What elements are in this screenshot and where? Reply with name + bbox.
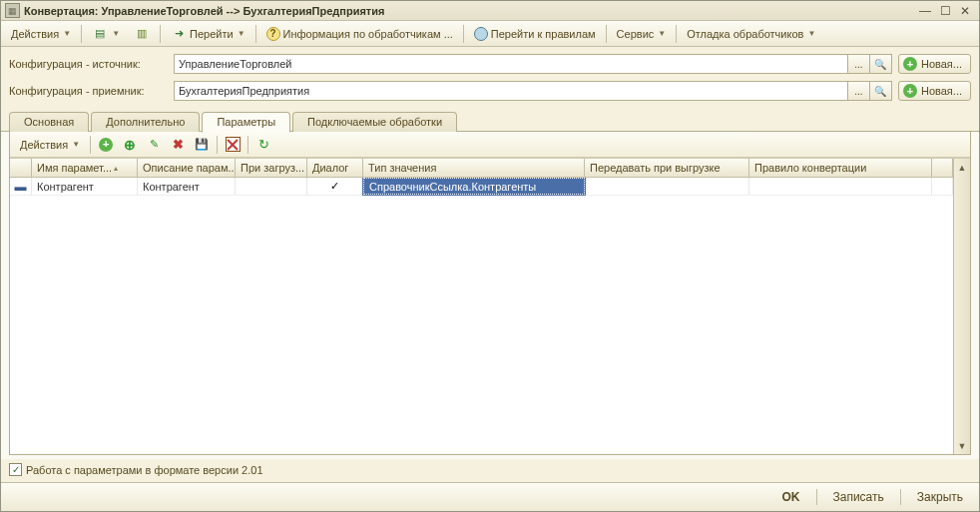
debug-label: Отладка обработчиков — [687, 28, 803, 40]
scroll-down-icon[interactable]: ▼ — [954, 437, 970, 454]
target-input-group: ... 🔍 — [174, 81, 892, 101]
tab-main[interactable]: Основная — [9, 112, 89, 132]
goto-button[interactable]: ➜ Перейти ▼ — [165, 24, 251, 44]
tabs: Основная Дополнительно Параметры Подключ… — [1, 111, 979, 132]
close-button[interactable]: Закрыть — [909, 487, 971, 507]
cell-name[interactable]: Контрагент — [32, 178, 138, 195]
tab-advanced[interactable]: Дополнительно — [91, 112, 200, 132]
cell-dialog[interactable]: ✓ — [307, 178, 363, 195]
tab-params[interactable]: Параметры — [202, 112, 290, 133]
cell-onload[interactable] — [236, 178, 307, 195]
grid-toolbar: Действия ▼ + ⊕ ✎ ✖ 💾 ↻ — [10, 132, 970, 158]
service-menu[interactable]: Сервис ▼ — [611, 24, 673, 44]
cell-rule[interactable] — [749, 178, 932, 195]
col-dialog[interactable]: Диалог — [307, 159, 363, 177]
maximize-button[interactable]: ☐ — [935, 3, 955, 19]
separator — [247, 136, 248, 154]
info-label: Информация по обработчикам ... — [283, 28, 453, 40]
col-pass[interactable]: Передавать при выгрузке — [585, 159, 749, 177]
plus-icon: + — [903, 84, 917, 98]
delete-row-button[interactable]: ✖ — [167, 135, 189, 155]
col-marker[interactable] — [10, 159, 32, 177]
source-new-button[interactable]: + Новая... — [898, 54, 971, 74]
minimize-button[interactable]: — — [915, 3, 935, 19]
help-info-button[interactable]: ? Информация по обработчикам ... — [260, 24, 459, 44]
refresh-button[interactable]: ↻ — [252, 135, 274, 155]
titlebar: ▦ Конвертация: УправлениеТорговлей --> Б… — [1, 1, 979, 21]
close-button[interactable]: ✕ — [955, 3, 975, 19]
grid-actions-menu[interactable]: Действия ▼ — [14, 135, 86, 155]
dropdown-icon: ▼ — [72, 140, 80, 149]
edit-row-button[interactable]: ✎ — [143, 135, 165, 155]
cell-desc[interactable]: Контрагент — [138, 178, 236, 195]
target-row: Конфигурация - приемник: ... 🔍 + Новая..… — [9, 80, 971, 102]
debug-menu[interactable]: Отладка обработчиков ▼ — [681, 24, 821, 44]
doc-button-2[interactable]: ▥ — [128, 24, 156, 44]
goto-rules-button[interactable]: Перейти к правилам — [468, 24, 602, 44]
copy-icon: ⊕ — [124, 137, 136, 153]
form-area: Конфигурация - источник: ... 🔍 + Новая..… — [1, 47, 979, 111]
col-type[interactable]: Тип значения — [363, 159, 585, 177]
dropdown-icon: ▼ — [238, 29, 245, 38]
main-window: ▦ Конвертация: УправлениеТорговлей --> Б… — [0, 0, 980, 512]
target-select-button[interactable]: ... — [848, 81, 870, 101]
scroll-up-icon[interactable]: ▲ — [954, 159, 970, 176]
new-label: Новая... — [921, 58, 962, 70]
target-lookup-button[interactable]: 🔍 — [870, 81, 892, 101]
goto-icon: ➜ — [171, 26, 187, 42]
col-desc[interactable]: Описание парам... — [138, 159, 236, 177]
source-select-button[interactable]: ... — [848, 54, 870, 74]
goto-rules-label: Перейти к правилам — [491, 28, 596, 40]
delete-icon: ✖ — [173, 137, 184, 152]
source-label: Конфигурация - источник: — [9, 58, 174, 70]
separator — [217, 136, 218, 154]
dropdown-icon: ▼ — [658, 29, 666, 38]
separator — [676, 25, 677, 43]
col-name[interactable]: Имя парамет... ▴ — [32, 159, 138, 177]
source-input[interactable] — [174, 54, 848, 74]
grid-body[interactable]: ▬ Контрагент Контрагент ✓ СправочникСсыл… — [10, 178, 953, 454]
save-button[interactable]: Записать — [825, 487, 892, 507]
separator — [255, 25, 256, 43]
goto-label: Перейти — [190, 28, 234, 40]
tab-body: Действия ▼ + ⊕ ✎ ✖ 💾 ↻ Имя парамет... — [9, 132, 971, 455]
target-input[interactable] — [174, 81, 848, 101]
dropdown-icon: ▼ — [112, 29, 120, 38]
source-input-group: ... 🔍 — [174, 54, 892, 74]
col-rule[interactable]: Правило конвертации — [749, 159, 932, 177]
scroll-track[interactable] — [954, 176, 970, 437]
version-checkbox[interactable]: ✓ — [9, 463, 22, 476]
document-icon: ▤ — [92, 26, 108, 42]
add-row-button[interactable]: + — [95, 135, 117, 155]
separator — [606, 25, 607, 43]
col-onload[interactable]: При загруз... — [236, 159, 307, 177]
table-row[interactable]: ▬ Контрагент Контрагент ✓ СправочникСсыл… — [10, 178, 953, 196]
document-arrow-icon: ▥ — [134, 26, 150, 42]
dropdown-icon: ▼ — [63, 29, 71, 38]
separator — [816, 489, 817, 505]
main-toolbar: Действия ▼ ▤▼ ▥ ➜ Перейти ▼ ? Информация… — [1, 21, 979, 47]
new-label: Новая... — [921, 85, 962, 97]
separator — [160, 25, 161, 43]
grid-header: Имя парамет... ▴ Описание парам... При з… — [10, 159, 953, 178]
doc-button-1[interactable]: ▤▼ — [86, 24, 126, 44]
actions-menu[interactable]: Действия ▼ — [5, 24, 77, 44]
grid-actions-label: Действия — [20, 139, 68, 151]
tab-plugins[interactable]: Подключаемые обработки — [292, 112, 457, 132]
help-icon: ? — [266, 27, 280, 41]
vertical-scrollbar[interactable]: ▲ ▼ — [953, 159, 970, 454]
col-last — [932, 159, 953, 177]
dropdown-icon: ▼ — [807, 29, 815, 38]
cell-pass[interactable] — [585, 178, 749, 195]
service-label: Сервис — [617, 28, 655, 40]
copy-row-button[interactable]: ⊕ — [119, 135, 141, 155]
ok-button[interactable]: OK — [774, 487, 808, 507]
target-new-button[interactable]: + Новая... — [898, 81, 971, 101]
footer: OK Записать Закрыть — [1, 482, 979, 511]
clear-button[interactable] — [222, 135, 244, 155]
cell-type[interactable]: СправочникСсылка.Контрагенты — [363, 178, 585, 195]
source-lookup-button[interactable]: 🔍 — [870, 54, 892, 74]
source-row: Конфигурация - источник: ... 🔍 + Новая..… — [9, 53, 971, 75]
save-button[interactable]: 💾 — [191, 135, 213, 155]
row-marker-icon: ▬ — [10, 178, 32, 195]
